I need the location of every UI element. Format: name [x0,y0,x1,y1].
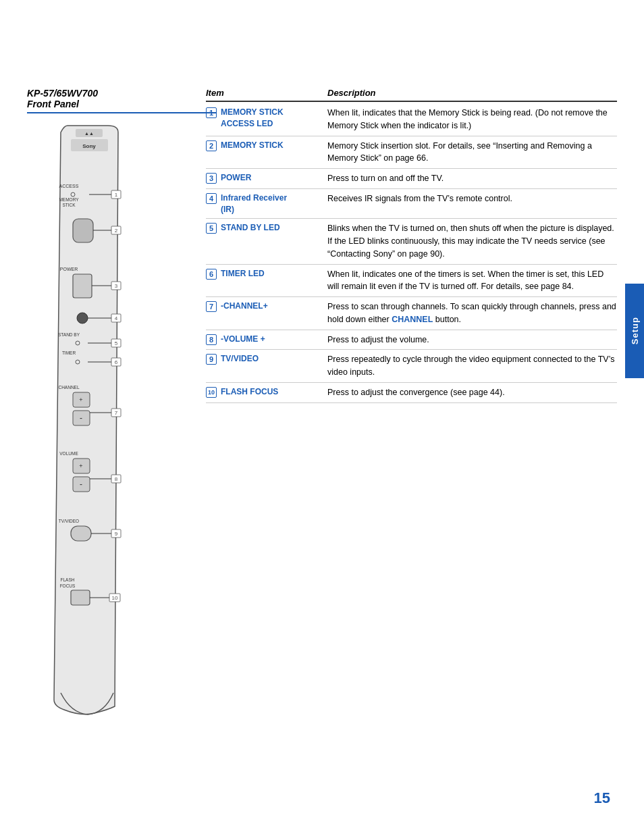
item-number: 3 [206,173,217,184]
item-cell: 8 -VOLUME + [206,334,327,345]
item-name: MEMORY STICK [221,140,284,151]
svg-rect-16 [73,274,92,298]
left-panel: KP-57/65WV700Front Panel Sony ▲▲ ACCESS … [27,88,216,729]
svg-text:TV/VIDEO: TV/VIDEO [59,519,79,523]
side-tab: Setup [625,284,644,378]
panel-title: KP-57/65WV700Front Panel [27,88,216,113]
table-row: 6 TIMER LED When lit, indicates one of t… [206,265,617,298]
item-number: 6 [206,269,217,280]
svg-text:TIMER: TIMER [62,350,76,355]
item-cell: 4 Infrared Receiver(IR) [206,192,327,215]
item-number: 5 [206,223,217,234]
svg-text:STICK: STICK [62,203,76,207]
item-name: POWER [221,172,251,184]
desc-cell: Press to scan through channels. To scan … [327,301,617,326]
desc-cell: Blinks when the TV is turned on, then sh… [327,222,617,260]
svg-text:7: 7 [115,410,118,416]
item-name: STAND BY LED [221,222,280,234]
page-number: 15 [594,789,610,807]
front-panel-illustration: Sony ▲▲ ACCESS MEMORY STICK 1 2 POWER 3 [27,119,149,727]
svg-text:1: 1 [115,192,118,198]
channel-link: CHANNEL [392,315,433,324]
table-row: 9 TV/VIDEO Press repeatedly to cycle thr… [206,350,617,383]
desc-cell: Press to adjust the volume. [327,334,617,346]
svg-text:CHANNEL: CHANNEL [58,385,79,390]
svg-text:▲▲: ▲▲ [84,131,94,136]
svg-text:3: 3 [115,283,118,289]
item-cell: 3 POWER [206,172,327,184]
item-cell: 9 TV/VIDEO [206,353,327,365]
svg-text:-: - [80,479,82,489]
col-header-item: Item [206,88,327,98]
svg-text:+: + [79,396,82,403]
svg-rect-11 [73,219,93,242]
desc-cell: Press to adjust the convergence (see pag… [327,386,617,399]
svg-text:9: 9 [115,531,118,537]
table-row: 2 MEMORY STICK Memory Stick insertion sl… [206,136,617,170]
item-cell: 2 MEMORY STICK [206,140,327,151]
svg-text:4: 4 [115,315,118,321]
right-panel: Item Description 1 MEMORY STICKACCESS LE… [206,88,617,403]
item-number: 4 [206,193,217,204]
item-number: 2 [206,140,217,151]
side-tab-label: Setup [630,317,640,344]
svg-text:ACCESS: ACCESS [59,184,79,188]
svg-text:-: - [80,413,82,423]
svg-text:POWER: POWER [60,267,78,271]
item-cell: 10 FLASH FOCUS [206,386,327,398]
svg-text:10: 10 [112,595,118,601]
svg-point-20 [77,313,88,323]
table-row: 1 MEMORY STICKACCESS LED When lit, indic… [206,103,617,136]
svg-rect-51 [71,526,91,541]
desc-cell: Press repeatedly to cycle through the vi… [327,353,617,379]
svg-text:MEMORY: MEMORY [59,197,79,202]
table-row: 8 -VOLUME + Press to adjust the volume. [206,330,617,350]
svg-text:5: 5 [115,340,118,346]
item-cell: 1 MEMORY STICKACCESS LED [206,107,327,130]
svg-text:Sony: Sony [82,143,96,149]
desc-cell: When lit, indicates that the Memory Stic… [327,107,617,132]
svg-rect-57 [71,590,90,605]
svg-text:FLASH: FLASH [61,577,75,582]
item-name: TIMER LED [221,268,265,280]
table-row: 3 POWER Press to turn on and off the TV. [206,169,617,189]
item-number: 9 [206,354,217,365]
item-cell: 5 STAND BY LED [206,222,327,234]
desc-cell: Receives IR signals from the TV’s remote… [327,192,617,205]
item-number: 8 [206,334,217,345]
svg-text:VOLUME: VOLUME [59,451,78,456]
svg-text:STAND BY: STAND BY [58,332,80,337]
desc-cell: Memory Stick insertion slot. For details… [327,140,617,165]
svg-text:8: 8 [115,476,118,482]
item-cell: 7 -CHANNEL+ [206,301,327,312]
svg-text:6: 6 [115,359,118,365]
item-number: 10 [206,387,217,398]
table-row: 5 STAND BY LED Blinks when the TV is tur… [206,219,617,264]
item-cell: 6 TIMER LED [206,268,327,280]
col-header-description: Description [327,88,617,98]
item-name: MEMORY STICKACCESS LED [221,107,284,130]
svg-text:2: 2 [115,228,118,234]
table-header: Item Description [206,88,617,102]
item-number: 7 [206,301,217,312]
item-name: FLASH FOCUS [221,386,278,398]
desc-cell: Press to turn on and off the TV. [327,172,617,185]
table-row: 10 FLASH FOCUS Press to adjust the conve… [206,383,617,403]
item-name: -VOLUME + [221,334,265,345]
item-number: 1 [206,107,217,118]
item-name: TV/VIDEO [221,353,259,365]
svg-text:+: + [79,463,82,469]
item-name-infrared: Infrared Receiver(IR) [221,192,287,215]
item-name: -CHANNEL+ [221,301,268,312]
table-row: 7 -CHANNEL+ Press to scan through channe… [206,297,617,330]
table-row: 4 Infrared Receiver(IR) Receives IR sign… [206,189,617,219]
desc-cell: When lit, indicates one of the timers is… [327,268,617,294]
svg-text:FOCUS: FOCUS [60,583,76,588]
